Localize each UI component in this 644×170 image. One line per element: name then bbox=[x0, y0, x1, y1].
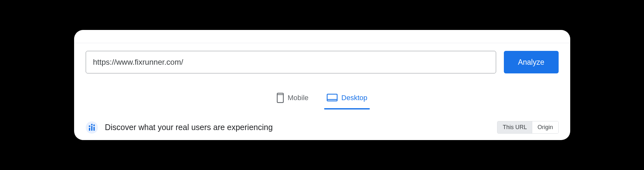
discover-title: Discover what your real users are experi… bbox=[105, 123, 273, 132]
tab-desktop-label: Desktop bbox=[341, 94, 368, 102]
url-input[interactable] bbox=[86, 51, 496, 73]
tab-mobile-label: Mobile bbox=[288, 94, 309, 102]
svg-rect-5 bbox=[89, 128, 90, 131]
svg-point-10 bbox=[93, 124, 95, 126]
main-card: Analyze Mobile Desktop bbox=[74, 30, 570, 140]
scope-toggle-group: This URL Origin bbox=[497, 121, 558, 134]
svg-point-8 bbox=[89, 125, 90, 127]
svg-rect-6 bbox=[91, 126, 92, 131]
discover-section: Discover what your real users are experi… bbox=[74, 112, 570, 140]
analyze-button[interactable]: Analyze bbox=[504, 51, 559, 73]
search-section: Analyze bbox=[74, 43, 570, 73]
svg-rect-7 bbox=[93, 127, 95, 131]
discover-left: Discover what your real users are experi… bbox=[86, 121, 273, 134]
mobile-icon bbox=[277, 93, 284, 103]
desktop-icon bbox=[327, 94, 338, 102]
toggle-this-url[interactable]: This URL bbox=[497, 121, 532, 133]
tab-desktop[interactable]: Desktop bbox=[324, 89, 370, 108]
svg-rect-2 bbox=[327, 94, 337, 101]
tabs-section: Mobile Desktop bbox=[74, 73, 570, 112]
toggle-origin[interactable]: Origin bbox=[532, 121, 558, 133]
svg-point-9 bbox=[91, 124, 92, 125]
insights-icon bbox=[86, 121, 98, 134]
tab-mobile[interactable]: Mobile bbox=[274, 89, 311, 108]
